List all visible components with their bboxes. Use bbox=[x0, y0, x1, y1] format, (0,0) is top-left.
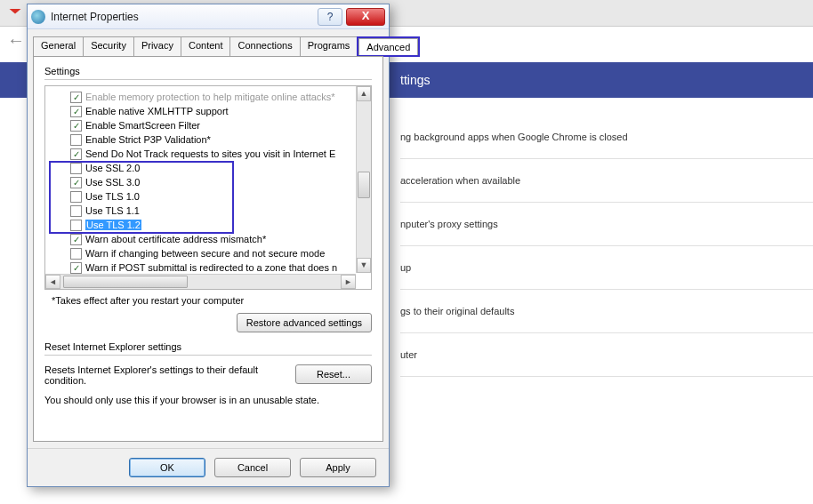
reset-description: Resets Internet Explorer's settings to t… bbox=[44, 364, 288, 386]
tab-connections[interactable]: Connections bbox=[229, 36, 300, 57]
checkbox[interactable] bbox=[70, 205, 82, 217]
help-button[interactable]: ? bbox=[318, 8, 342, 26]
chrome-row: nputer's proxy settings bbox=[400, 203, 813, 246]
option-row[interactable]: Use TLS 1.0 bbox=[47, 189, 371, 204]
option-row[interactable]: Warn about certificate address mismatch* bbox=[47, 232, 371, 246]
option-label: Use SSL 3.0 bbox=[85, 177, 140, 188]
apply-button[interactable]: Apply bbox=[300, 458, 376, 477]
option-row[interactable]: Warn if changing between secure and not … bbox=[47, 246, 371, 260]
option-label: Warn if POST submittal is redirected to … bbox=[85, 262, 337, 273]
checkbox[interactable] bbox=[70, 234, 82, 245]
vertical-scrollbar[interactable]: ▲ ▼ bbox=[356, 86, 371, 273]
reset-warning: You should only use this if your browser… bbox=[44, 395, 372, 405]
restore-advanced-button[interactable]: Restore advanced settings bbox=[237, 313, 372, 332]
option-label: Use TLS 1.1 bbox=[85, 205, 140, 216]
chrome-row: uter bbox=[400, 333, 813, 377]
checkbox[interactable] bbox=[70, 134, 82, 146]
option-row[interactable]: Use TLS 1.2 bbox=[47, 218, 371, 232]
option-row[interactable]: Enable memory protection to help mitigat… bbox=[47, 90, 371, 104]
tab-privacy[interactable]: Privacy bbox=[133, 36, 181, 57]
scroll-left-arrow[interactable]: ◄ bbox=[45, 275, 60, 289]
scroll-thumb[interactable] bbox=[358, 172, 370, 198]
checkbox[interactable] bbox=[70, 191, 82, 203]
tab-content[interactable]: Content bbox=[181, 36, 231, 57]
tab-general[interactable]: General bbox=[33, 36, 84, 57]
titlebar[interactable]: Internet Properties ? X bbox=[28, 4, 389, 29]
option-row[interactable]: Warn if POST submittal is redirected to … bbox=[47, 260, 371, 275]
restart-note: *Takes effect after you restart your com… bbox=[52, 295, 372, 306]
scroll-up-arrow[interactable]: ▲ bbox=[357, 86, 371, 101]
option-label: Enable native XMLHTTP support bbox=[85, 106, 229, 116]
checkbox[interactable] bbox=[70, 106, 82, 117]
tab-security[interactable]: Security bbox=[83, 36, 134, 57]
cancel-button[interactable]: Cancel bbox=[214, 458, 291, 477]
option-label: Enable memory protection to help mitigat… bbox=[85, 92, 335, 102]
dialog-button-row: OK Cancel Apply bbox=[28, 448, 389, 486]
option-label: Use TLS 1.2 bbox=[85, 220, 141, 230]
checkbox[interactable] bbox=[70, 148, 82, 160]
ok-button[interactable]: OK bbox=[129, 458, 205, 477]
back-arrow-icon[interactable]: ← bbox=[7, 30, 25, 51]
chrome-row: up bbox=[400, 246, 813, 290]
tabs: General Security Privacy Content Connect… bbox=[33, 36, 383, 57]
checkbox[interactable] bbox=[70, 262, 82, 274]
option-row[interactable]: Enable SmartScreen Filter bbox=[47, 118, 371, 132]
globe-icon bbox=[31, 10, 45, 24]
option-row[interactable]: Use TLS 1.1 bbox=[47, 204, 371, 218]
settings-tree[interactable]: Enable memory protection to help mitigat… bbox=[44, 85, 372, 290]
tab-programs[interactable]: Programs bbox=[300, 36, 358, 57]
tab-advanced[interactable]: Advanced bbox=[358, 38, 418, 55]
internet-properties-dialog: Internet Properties ? X General Security… bbox=[27, 4, 390, 487]
option-row[interactable]: Enable native XMLHTTP support bbox=[47, 104, 371, 118]
divider bbox=[44, 79, 372, 80]
horizontal-scrollbar[interactable]: ◄ ► bbox=[45, 274, 356, 289]
checkbox[interactable] bbox=[70, 92, 82, 103]
reset-group-label: Reset Internet Explorer settings bbox=[44, 341, 372, 352]
checkbox[interactable] bbox=[70, 220, 82, 231]
advanced-tab-highlight: Advanced bbox=[357, 36, 420, 57]
option-label: Enable SmartScreen Filter bbox=[85, 120, 200, 131]
settings-group-label: Settings bbox=[44, 66, 372, 76]
option-label: Use TLS 1.0 bbox=[85, 191, 140, 202]
checkbox[interactable] bbox=[70, 163, 82, 174]
checkbox[interactable] bbox=[70, 120, 82, 132]
option-label: Warn about certificate address mismatch* bbox=[85, 234, 266, 244]
divider bbox=[44, 355, 372, 356]
hscroll-thumb[interactable] bbox=[63, 276, 188, 288]
option-label: Enable Strict P3P Validation* bbox=[85, 134, 211, 145]
option-row[interactable]: Send Do Not Track requests to sites you … bbox=[47, 147, 371, 161]
checkbox[interactable] bbox=[70, 177, 82, 188]
gmail-icon bbox=[9, 9, 21, 18]
option-label: Send Do Not Track requests to sites you … bbox=[85, 148, 335, 159]
reset-button[interactable]: Reset... bbox=[295, 364, 372, 384]
option-label: Warn if changing between secure and not … bbox=[85, 248, 325, 259]
option-label: Use SSL 2.0 bbox=[85, 163, 140, 173]
option-row[interactable]: Use SSL 3.0 bbox=[47, 175, 371, 189]
chrome-row: gs to their original defaults bbox=[400, 290, 813, 333]
dialog-title: Internet Properties bbox=[51, 11, 318, 23]
scroll-right-arrow[interactable]: ► bbox=[341, 275, 356, 289]
chrome-row: acceleration when available bbox=[400, 159, 813, 203]
advanced-panel: Settings Enable memory protection to hel… bbox=[33, 56, 383, 442]
scroll-down-arrow[interactable]: ▼ bbox=[357, 258, 371, 273]
chrome-row: ng background apps when Google Chrome is… bbox=[400, 116, 813, 159]
option-row[interactable]: Use SSL 2.0 bbox=[47, 161, 371, 175]
checkbox[interactable] bbox=[70, 248, 82, 260]
close-button[interactable]: X bbox=[346, 8, 385, 26]
option-row[interactable]: Enable Strict P3P Validation* bbox=[47, 132, 371, 147]
